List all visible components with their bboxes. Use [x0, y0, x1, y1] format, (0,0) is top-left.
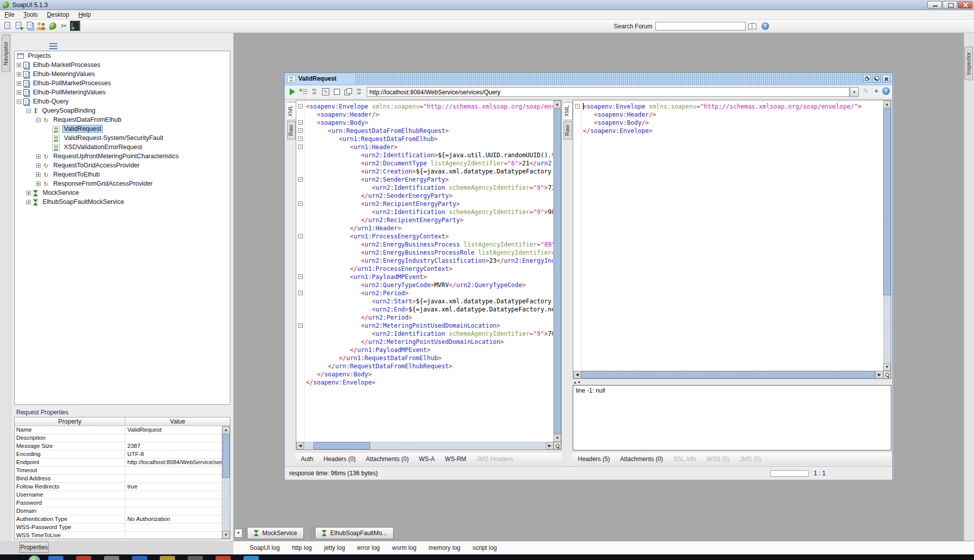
tree-item-label[interactable]: RequestToElhub: [52, 171, 101, 178]
collapse-icon[interactable]: [17, 99, 21, 104]
response-vertical-scrollbar[interactable]: ▲ ▼: [883, 100, 891, 371]
tree-item-elhub-query[interactable]: Elhub-Query: [15, 97, 230, 106]
log-tab-wsrm-log[interactable]: wsrm log: [386, 541, 423, 551]
window-titlebar[interactable]: SoapUI 5.1.3: [0, 0, 974, 10]
run-icon[interactable]: [287, 87, 297, 97]
property-value-cell[interactable]: [125, 434, 230, 442]
tree-item-label[interactable]: Elhub-PollMarketProcesses: [31, 80, 113, 87]
start-orb-icon[interactable]: [28, 555, 41, 560]
request-tab-ws-rm[interactable]: WS-RM: [440, 452, 471, 463]
tree-item-validrequest[interactable]: SOAPValidRequest: [15, 124, 230, 133]
property-value-cell[interactable]: http://localhost:8084/WebService/servi..…: [125, 459, 230, 466]
taskbar-app-7-icon[interactable]: [216, 556, 231, 560]
taskbar-app-1-icon[interactable]: [48, 556, 63, 560]
properties-scrollbar[interactable]: ▲ ▼: [222, 426, 230, 539]
search-forum-input[interactable]: [655, 22, 746, 30]
response-horizontal-scrollbar[interactable]: ◀ ▶: [573, 371, 883, 378]
tree-item-requestupfrontmeteringpointcharacteristics[interactable]: ↻RequestUpfrontMeteringPointCharacterist…: [15, 152, 230, 161]
update-request-icon[interactable]: ↻: [321, 87, 331, 97]
expand-icon[interactable]: [36, 172, 41, 177]
expand-icon[interactable]: [17, 90, 21, 95]
navigator-tab[interactable]: Navigator: [2, 34, 10, 72]
request-tab-auth[interactable]: Auth: [296, 452, 319, 463]
create-empty-icon[interactable]: [332, 87, 342, 97]
expand-icon[interactable]: [26, 200, 31, 204]
fold-collapse-icon[interactable]: −: [298, 177, 303, 182]
scroll-left-icon[interactable]: ◀: [573, 371, 581, 378]
window-list-dropdown-icon[interactable]: ▼: [234, 529, 242, 538]
fold-collapse-icon[interactable]: −: [298, 120, 303, 125]
scrollbar-thumb[interactable]: [222, 434, 230, 478]
validrequest-titlebar[interactable]: SOAP ValidRequest: [285, 73, 892, 85]
expand-icon[interactable]: [17, 81, 21, 86]
property-column-header[interactable]: Property: [15, 417, 125, 426]
value-column-header[interactable]: Value: [125, 417, 230, 426]
splitter-toggle-icons[interactable]: ▲▼: [573, 380, 581, 384]
log-tab-error-log[interactable]: error log: [351, 541, 386, 551]
property-value-cell[interactable]: UTF-8: [125, 450, 230, 458]
expand-icon[interactable]: [17, 63, 21, 67]
recreate-request-icon[interactable]: SOAP: [309, 87, 320, 97]
menu-desktop[interactable]: Desktop: [42, 10, 74, 18]
tree-item-elhubsoapfaultmockservice[interactable]: ElhubSoapFaultMockService: [15, 197, 230, 206]
fold-collapse-icon[interactable]: −: [298, 104, 303, 109]
request-horizontal-scrollbar[interactable]: ◀ ▶: [296, 442, 553, 449]
window-button-elhubsoapfaultmo[interactable]: ElhubSoapFaultMo...: [315, 527, 394, 539]
log-tab-soapui-log[interactable]: SoapUI log: [244, 541, 286, 551]
scroll-left-icon[interactable]: ◀: [296, 442, 304, 449]
tree-item-label[interactable]: QuerySoapBinding: [41, 107, 97, 114]
maximize-window-icon[interactable]: [873, 75, 881, 83]
drag-grip[interactable]: [242, 528, 246, 539]
log-tab-script-log[interactable]: script log: [467, 541, 503, 551]
taskbar-app-6-icon[interactable]: [188, 556, 203, 560]
log-tab-http-log[interactable]: http log: [286, 541, 318, 551]
tree-item-label[interactable]: Elhub-MarketProcesses: [31, 61, 102, 68]
scrollbar-thumb[interactable]: [883, 109, 891, 295]
properties-tab-button[interactable]: Properties: [19, 542, 49, 553]
property-value-cell[interactable]: 2387: [125, 442, 230, 450]
close-button[interactable]: [958, 1, 972, 9]
tree-item-label[interactable]: Elhub-Query: [31, 98, 70, 105]
response-tab-attachments-0[interactable]: Attachments (0): [615, 452, 668, 463]
property-value-cell[interactable]: [125, 475, 230, 482]
scrollbar-thumb[interactable]: [581, 371, 875, 378]
clone-request-icon[interactable]: [343, 87, 353, 97]
expand-icon[interactable]: [36, 182, 41, 186]
property-value-cell[interactable]: [125, 491, 230, 499]
tree-item-label[interactable]: ValidRequest: [62, 125, 102, 132]
response-xml-editor[interactable]: <soapenv:Envelope xmlns:soapenv="http://…: [573, 100, 891, 379]
menu-tools[interactable]: Tools: [19, 10, 42, 18]
close-window-icon[interactable]: [882, 75, 890, 83]
tree-item-label[interactable]: MockService: [41, 189, 81, 196]
request-tab-raw[interactable]: Raw: [287, 121, 296, 139]
fold-collapse-icon[interactable]: −: [298, 291, 303, 295]
magnifier-icon[interactable]: [883, 371, 891, 378]
fold-collapse-icon[interactable]: −: [298, 201, 303, 206]
tree-item-responsefromgridaccessprovider[interactable]: ↻ResponseFromGridAccessProvider: [15, 179, 230, 188]
fold-collapse-icon[interactable]: −: [298, 323, 303, 328]
fold-collapse-icon[interactable]: −: [575, 104, 580, 109]
tree-item-label[interactable]: RequestUpfrontMeteringPointCharacteristi…: [52, 153, 180, 160]
request-tab-headers-0[interactable]: Headers (0): [319, 452, 361, 463]
tree-item-elhub-pollmarketprocesses[interactable]: Elhub-PollMarketProcesses: [15, 79, 230, 88]
taskbar-app-4-icon[interactable]: [132, 556, 147, 560]
expand-icon[interactable]: [17, 72, 21, 77]
scroll-right-icon[interactable]: ▶: [876, 371, 883, 378]
fold-collapse-icon[interactable]: −: [298, 274, 303, 279]
property-value-cell[interactable]: [125, 507, 230, 515]
tree-item-label[interactable]: Elhub-MeteringValues: [31, 71, 96, 78]
inspector-tab[interactable]: Inspector: [964, 47, 973, 80]
fold-collapse-icon[interactable]: −: [298, 145, 303, 149]
log-tab-memory-log[interactable]: memory log: [423, 541, 467, 551]
collapse-icon[interactable]: [26, 109, 31, 113]
fold-collapse-icon[interactable]: −: [298, 128, 303, 133]
minimize-button[interactable]: [927, 1, 942, 9]
response-tab-raw[interactable]: Raw: [564, 121, 572, 139]
request-tab-attachments-0[interactable]: Attachments (0): [361, 452, 414, 463]
magnifier-icon[interactable]: [553, 442, 561, 449]
taskbar-app-8-icon[interactable]: [244, 556, 259, 560]
tree-item-mockservice[interactable]: MockService: [15, 188, 230, 197]
response-tab-headers-5[interactable]: Headers (5): [573, 452, 615, 463]
menu-file[interactable]: File: [0, 10, 19, 18]
scroll-down-icon[interactable]: ▼: [553, 434, 561, 442]
